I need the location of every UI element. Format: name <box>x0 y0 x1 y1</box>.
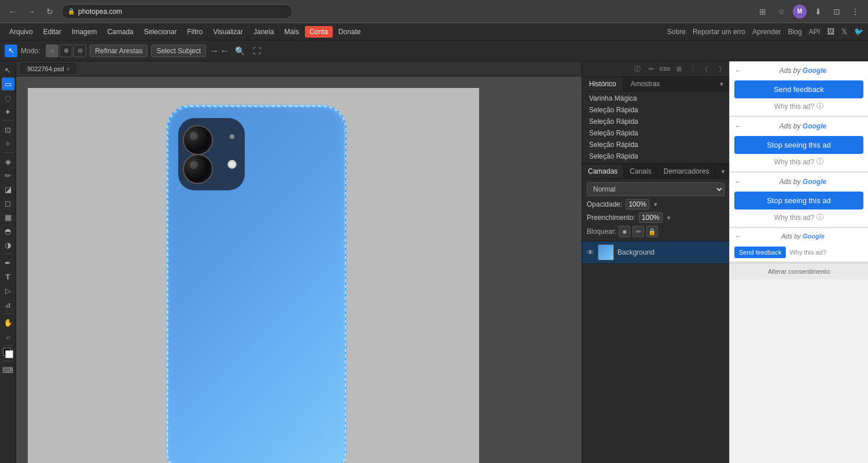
ad4-close-button[interactable]: ← <box>734 232 742 241</box>
menu-janela[interactable]: Janela <box>249 26 278 38</box>
dodge-tool[interactable]: ◑ <box>2 238 14 251</box>
color-preview[interactable] <box>3 348 13 358</box>
file-tab[interactable]: 9022764.psd × <box>21 63 76 74</box>
fill-value[interactable]: 100% <box>639 212 663 223</box>
selection-tool[interactable]: ▭ <box>2 78 14 90</box>
panel-expand2-icon[interactable]: 〉 <box>714 63 727 75</box>
mode-add-icon[interactable]: ⊕ <box>60 45 72 57</box>
mode-sub-icon[interactable]: ⊖ <box>73 45 86 57</box>
reload-button[interactable]: ↻ <box>43 5 57 19</box>
profile-button[interactable]: M <box>793 5 807 19</box>
path-tool[interactable]: ⊿ <box>2 298 14 311</box>
lock-transparent-btn[interactable]: ■ <box>619 226 630 237</box>
menu-visualizar[interactable]: Visualizar <box>208 26 248 38</box>
menu-editar[interactable]: Editar <box>39 26 66 38</box>
consent-bar[interactable]: Alterar consentimento <box>730 263 868 280</box>
tab-search-icon[interactable]: ⊡ <box>830 5 844 19</box>
history-item-4[interactable]: Seleção Rápida <box>582 139 729 150</box>
history-expand-icon[interactable]: ▼ <box>714 78 729 90</box>
panel-layers-icon[interactable]: ⊞ <box>672 63 685 75</box>
panel-brush-icon[interactable]: ✏ <box>645 63 657 75</box>
stamp-tool[interactable]: ◪ <box>2 183 14 196</box>
panel-collapse-icon[interactable]: ⋮ <box>686 63 699 75</box>
menu-conta[interactable]: Conta <box>305 26 333 38</box>
select-subject-button[interactable]: Select Subject <box>151 45 206 57</box>
menu-mais[interactable]: Mais <box>279 26 303 38</box>
brush-tool[interactable]: ✏ <box>2 169 14 182</box>
panel-css-icon[interactable]: CSS <box>659 63 671 75</box>
layer-visibility-icon[interactable]: 👁 <box>587 248 594 257</box>
background-color[interactable] <box>5 350 13 358</box>
link-sobre[interactable]: Sobre <box>667 28 686 36</box>
facebook-icon[interactable]: 🐦 <box>854 27 863 36</box>
ad2-action-button[interactable]: Stop seeing this ad <box>734 136 863 154</box>
tab-demarcadores[interactable]: Demarcadores <box>658 164 716 178</box>
lock-position-btn[interactable]: 🔒 <box>646 226 658 237</box>
canvas-content[interactable] <box>28 88 479 463</box>
address-bar[interactable]: 🔒 photopea.com <box>61 4 293 19</box>
ad3-action-button[interactable]: Stop seeing this ad <box>734 192 863 210</box>
link-aprender[interactable]: Aprender <box>752 28 781 36</box>
extensions-icon[interactable]: ⊞ <box>756 5 770 19</box>
pointer-tool[interactable]: ↖ <box>2 64 14 76</box>
gradient-tool[interactable]: ▦ <box>2 211 14 223</box>
tab-camadas[interactable]: Camadas <box>582 164 624 178</box>
crop-tool[interactable]: ⊡ <box>2 123 14 136</box>
ad3-close-button[interactable]: ← <box>734 177 742 186</box>
more-icon[interactable]: ⋮ <box>848 5 862 19</box>
ad4-why-text[interactable]: Why this ad? <box>789 249 826 256</box>
eraser-tool[interactable]: ◻ <box>2 197 14 210</box>
reddit-icon[interactable]: 🖼 <box>827 27 834 36</box>
hand-tool[interactable]: ✋ <box>2 316 14 329</box>
menu-imagem[interactable]: Imagem <box>67 26 101 38</box>
lock-image-btn[interactable]: ✏ <box>632 226 644 237</box>
pen-tool[interactable]: ✒ <box>2 256 14 269</box>
menu-arquivo[interactable]: Arquivo <box>5 26 38 38</box>
menu-camada[interactable]: Camada <box>102 26 138 38</box>
zoom-tool[interactable]: ⌕ <box>2 330 14 343</box>
mode-normal-icon[interactable]: ○ <box>46 45 58 57</box>
tab-canais[interactable]: Canais <box>624 164 657 178</box>
magic-wand-tool[interactable]: ✦ <box>2 105 14 118</box>
link-reportar[interactable]: Reportar um erro <box>693 28 745 36</box>
layers-expand-icon[interactable]: ▼ <box>715 166 729 178</box>
ad1-action-button[interactable]: Send feedback <box>734 80 863 98</box>
ad1-close-button[interactable]: ← <box>734 66 742 75</box>
canvas-area[interactable]: 9022764.psd × <box>16 61 582 463</box>
history-item-1[interactable]: Seleção Rápida <box>582 104 729 116</box>
menu-selecionar[interactable]: Selecionar <box>139 26 182 38</box>
canvas-viewport[interactable] <box>16 76 582 463</box>
ad1-why-link[interactable]: Why this ad? ⓘ <box>734 101 863 111</box>
back-button[interactable]: ← <box>6 5 20 19</box>
blur-tool[interactable]: ◓ <box>2 225 14 237</box>
history-item-2[interactable]: Seleção Rápida <box>582 116 729 127</box>
forward-button[interactable]: → <box>24 5 38 19</box>
history-item-0[interactable]: Varinha Mágica <box>582 93 729 104</box>
panel-expand-icon[interactable]: 〈 <box>700 63 713 75</box>
text-tool[interactable]: T <box>2 270 14 283</box>
tab-historico[interactable]: Histórico <box>582 77 624 91</box>
fullscreen-button[interactable]: ⛶ <box>250 44 264 58</box>
history-item-3[interactable]: Seleção Rápida <box>582 127 729 139</box>
refinar-arestas-button[interactable]: Refinar Arestas <box>90 45 148 57</box>
download-icon[interactable]: ⬇ <box>811 5 825 19</box>
layer-item-background[interactable]: 👁 Background <box>582 241 729 264</box>
opacity-value[interactable]: 100% <box>626 199 649 210</box>
ad3-why-link[interactable]: Why this ad? ⓘ <box>734 212 863 222</box>
ad2-close-button[interactable]: ← <box>734 122 742 131</box>
tab-amostras[interactable]: Amostras <box>624 77 668 91</box>
keyboard-tool[interactable]: ⌨ <box>2 363 14 376</box>
tab-close-button[interactable]: × <box>67 66 70 72</box>
selection-mode-button[interactable]: ↖ <box>5 45 17 57</box>
menu-donate[interactable]: Donate <box>334 26 366 38</box>
twitter-icon[interactable]: 𝕏 <box>841 27 847 36</box>
ad2-why-link[interactable]: Why this ad? ⓘ <box>734 157 863 167</box>
bookmark-icon[interactable]: ☆ <box>774 5 788 19</box>
history-item-5[interactable]: Seleção Rápida <box>582 150 729 162</box>
link-api[interactable]: API <box>809 28 820 36</box>
panel-info-icon[interactable]: ⓘ <box>631 63 643 75</box>
link-blog[interactable]: Blog <box>788 28 802 36</box>
ad4-small-button[interactable]: Send feedback <box>734 247 786 258</box>
search-button[interactable]: 🔍 <box>233 44 247 58</box>
eyedropper-tool[interactable]: ✧ <box>2 137 14 150</box>
